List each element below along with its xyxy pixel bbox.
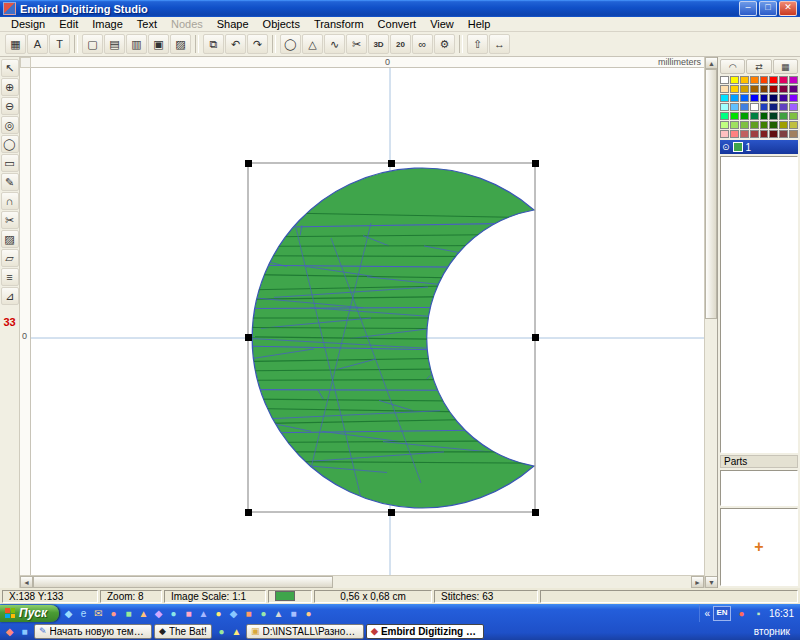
menu-item-transform[interactable]: Transform xyxy=(307,17,371,32)
clock[interactable]: 16:31 xyxy=(769,608,794,619)
palette-swatch-0[interactable] xyxy=(720,76,729,84)
palette-swatch-47[interactable] xyxy=(789,121,798,129)
palette-swatch-14[interactable] xyxy=(779,85,788,93)
palette-swatch-46[interactable] xyxy=(779,121,788,129)
palette-swatch-51[interactable] xyxy=(750,130,759,138)
palette-swatch-17[interactable] xyxy=(730,94,739,102)
palette-swatch-50[interactable] xyxy=(740,130,749,138)
curve-button[interactable]: ∿ xyxy=(324,34,345,54)
quick-launch-icon-r2m-1[interactable]: ● xyxy=(214,624,229,639)
fill-tool[interactable]: ▨ xyxy=(1,230,19,248)
quick-launch-icon-r2l-2[interactable]: ■ xyxy=(17,624,32,639)
palette-swatch-21[interactable] xyxy=(769,94,778,102)
object-list-row-selected[interactable]: ⊙ 1 xyxy=(720,140,798,154)
scroll-right-icon[interactable]: ► xyxy=(691,576,704,588)
quick-launch-icon-9[interactable]: ■ xyxy=(181,606,196,621)
palette-swatch-29[interactable] xyxy=(769,103,778,111)
palette-swatch-44[interactable] xyxy=(760,121,769,129)
pan-button[interactable]: ↔ xyxy=(489,34,510,54)
palette-swatch-9[interactable] xyxy=(730,85,739,93)
selection-handle-e[interactable] xyxy=(532,334,539,341)
menu-item-image[interactable]: Image xyxy=(85,17,130,32)
quick-launch-icon-15[interactable]: ▲ xyxy=(271,606,286,621)
minimize-button[interactable]: – xyxy=(739,1,757,16)
task-button-3[interactable]: ▣D:\INSTALL\Разное\Embird xyxy=(246,624,364,639)
palette-swatch-53[interactable] xyxy=(769,130,778,138)
scissors-button[interactable]: ✂ xyxy=(346,34,367,54)
palette-swatch-2[interactable] xyxy=(740,76,749,84)
palette-swatch-32[interactable] xyxy=(720,112,729,120)
palette-swatch-19[interactable] xyxy=(750,94,759,102)
palette-swatch-55[interactable] xyxy=(789,130,798,138)
palette-swatch-36[interactable] xyxy=(760,112,769,120)
palette-swatch-13[interactable] xyxy=(769,85,778,93)
selection-handle-s[interactable] xyxy=(388,509,395,516)
palette-swatch-48[interactable] xyxy=(720,130,729,138)
palette-swatch-37[interactable] xyxy=(769,112,778,120)
quick-launch-icon-12[interactable]: ◆ xyxy=(226,606,241,621)
maximize-button[interactable]: □ xyxy=(759,1,777,16)
palette-swatch-12[interactable] xyxy=(760,85,769,93)
design-canvas[interactable] xyxy=(31,68,704,575)
reorder-button[interactable]: ⇄ xyxy=(746,59,771,74)
zoom-in-tool[interactable]: ⊕ xyxy=(1,78,19,96)
menu-item-view[interactable]: View xyxy=(423,17,461,32)
grid-20-button[interactable]: 20 xyxy=(390,34,411,54)
menu-item-design[interactable]: Design xyxy=(4,17,52,32)
menu-item-objects[interactable]: Objects xyxy=(256,17,307,32)
rectangle-tool[interactable]: ▭ xyxy=(1,154,19,172)
horizontal-scrollbar[interactable]: ◄ ► xyxy=(20,575,704,588)
visibility-eye-icon[interactable]: ⊙ xyxy=(722,142,730,152)
palette-swatch-33[interactable] xyxy=(730,112,739,120)
palette-swatch-35[interactable] xyxy=(750,112,759,120)
tray-collapse-icon[interactable]: « xyxy=(704,608,710,619)
column-tool[interactable]: ≡ xyxy=(1,268,19,286)
ellipse-tool[interactable]: ◯ xyxy=(1,135,19,153)
shape-mode-button[interactable]: ◠ xyxy=(720,59,745,74)
quick-launch-icon-17[interactable]: ● xyxy=(301,606,316,621)
preview-button[interactable]: ∞ xyxy=(412,34,433,54)
open-button[interactable]: ▤ xyxy=(104,34,125,54)
outline-tool[interactable]: ▱ xyxy=(1,249,19,267)
task-button-1[interactable]: ✎Начать новую тему :: В... xyxy=(34,624,152,639)
palette-swatch-34[interactable] xyxy=(740,112,749,120)
object-list[interactable] xyxy=(720,156,798,453)
selection-handle-n[interactable] xyxy=(388,160,395,167)
palette-swatch-41[interactable] xyxy=(730,121,739,129)
save-button[interactable]: ▣ xyxy=(148,34,169,54)
palette-swatch-8[interactable] xyxy=(720,85,729,93)
menu-item-help[interactable]: Help xyxy=(461,17,498,32)
palette-swatch-30[interactable] xyxy=(779,103,788,111)
palette-menu-button[interactable]: ▦ xyxy=(773,59,798,74)
language-indicator[interactable]: EN xyxy=(713,606,731,621)
3d-view-button[interactable]: 3D xyxy=(368,34,389,54)
redo-button[interactable]: ↷ xyxy=(247,34,268,54)
node-edit-tool[interactable]: ⊿ xyxy=(1,287,19,305)
quick-launch-icon-1[interactable]: ◆ xyxy=(61,606,76,621)
palette-swatch-18[interactable] xyxy=(740,94,749,102)
palette-swatch-45[interactable] xyxy=(769,121,778,129)
tray-icon-1[interactable]: ● xyxy=(734,606,749,621)
bezier-tool[interactable]: ∩ xyxy=(1,192,19,210)
quick-launch-icon-5[interactable]: ■ xyxy=(121,606,136,621)
select-tool[interactable]: ↖ xyxy=(1,59,19,77)
palette-swatch-52[interactable] xyxy=(760,130,769,138)
palette-swatch-42[interactable] xyxy=(740,121,749,129)
palette-swatch-6[interactable] xyxy=(779,76,788,84)
start-button[interactable]: Пуск xyxy=(0,605,59,622)
selection-handle-sw[interactable] xyxy=(245,509,252,516)
new-button[interactable]: ▢ xyxy=(82,34,103,54)
quick-launch-icon-14[interactable]: ● xyxy=(256,606,271,621)
quick-launch-icon-8[interactable]: ● xyxy=(166,606,181,621)
print-button[interactable]: ▨ xyxy=(170,34,191,54)
selection-handle-ne[interactable] xyxy=(532,160,539,167)
palette-swatch-16[interactable] xyxy=(720,94,729,102)
parts-list[interactable] xyxy=(720,470,798,506)
vertical-scrollbar[interactable]: ▲ ▼ xyxy=(704,57,717,588)
palette-swatch-49[interactable] xyxy=(730,130,739,138)
menu-item-shape[interactable]: Shape xyxy=(210,17,256,32)
palette-swatch-20[interactable] xyxy=(760,94,769,102)
quick-launch-icon-r2m-2[interactable]: ▲ xyxy=(229,624,244,639)
menu-item-nodes[interactable]: Nodes xyxy=(164,17,210,32)
selection-handle-nw[interactable] xyxy=(245,160,252,167)
